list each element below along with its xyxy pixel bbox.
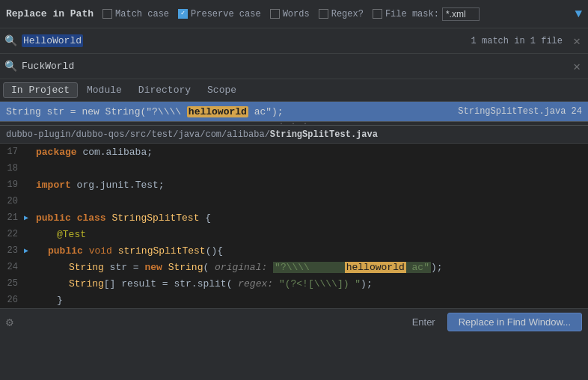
line-arrow-21: ▶ (24, 213, 36, 222)
line-content-17: package com.alibaba; (36, 147, 585, 158)
code-area: 17 package com.alibaba; 18 19 import org… (0, 144, 588, 308)
tab-module-label: Module (87, 85, 122, 96)
match-case-checkbox[interactable]: Match case (102, 9, 169, 19)
filepath-filename: StringSplitTest.java (270, 129, 378, 140)
code-line-24: 24 String str = new String( original: "?… (0, 259, 588, 275)
code-line-26: 26 } (0, 292, 588, 308)
line-content-19: import org.junit.Test; (36, 180, 585, 191)
line-number-18: 18 (3, 163, 24, 174)
filemask-input[interactable] (442, 7, 480, 21)
tab-directory-label: Directory (138, 85, 191, 96)
code-line-25: 25 String[] result = str.split( regex: "… (0, 275, 588, 292)
line-number-24: 24 (3, 262, 24, 272)
code-line-18: 18 (0, 160, 588, 177)
toolbar-title: Replace in Path (6, 8, 94, 19)
regex-label: Regex? (331, 9, 364, 19)
search-row-1: 🔍 HelloWorld 1 match in 1 file ✕ (0, 28, 588, 54)
search-icon-2: 🔍 (4, 60, 17, 73)
tab-scope-label: Scope (207, 85, 236, 96)
settings-icon[interactable]: ⚙ (6, 315, 13, 330)
tab-module[interactable]: Module (79, 83, 129, 97)
replace-input[interactable] (22, 61, 566, 72)
close-search-1[interactable]: ✕ (570, 34, 584, 48)
match-case-label: Match case (115, 9, 169, 19)
line-number-25: 25 (3, 278, 24, 289)
regex-checkbox[interactable]: Regex? (319, 9, 364, 19)
tab-directory[interactable]: Directory (131, 83, 198, 97)
divider-dots: · · · (279, 120, 309, 128)
words-box[interactable] (270, 9, 280, 19)
results-row[interactable]: String str = new String("?\\\\ helloworl… (0, 102, 588, 121)
filter-icon[interactable]: ▼ (575, 7, 582, 21)
line-content-21: public class StringSplitTest { (36, 212, 585, 224)
result-highlight: helloworld (187, 106, 248, 117)
line-number-22: 22 (3, 229, 24, 239)
search-input-wrap-2[interactable] (22, 61, 566, 72)
code-line-20: 20 (0, 193, 588, 209)
toolbar: Replace in Path Match case Preserve case… (0, 0, 588, 28)
filemask-box[interactable] (373, 9, 382, 19)
line-number-26: 26 (3, 295, 24, 305)
tab-in-project-label: In Project (11, 85, 70, 96)
bottom-bar: ⚙ Enter Replace in Find Window... (0, 308, 588, 335)
line-number-20: 20 (3, 196, 24, 206)
line-content-24: String str = new String( original: "?\\\… (36, 262, 585, 273)
line-content-22: @Test (36, 229, 585, 240)
code-line-22: 22 @Test (0, 226, 588, 242)
filepath-bar: dubbo-plugin/dubbo-qos/src/test/java/com… (0, 126, 588, 144)
result-code-after: ac"); (248, 106, 284, 117)
replace-button[interactable]: Replace in Find Window... (447, 313, 582, 331)
code-line-17: 17 package com.alibaba; (0, 144, 588, 160)
line-number-23: 23 (3, 245, 24, 256)
regex-box[interactable] (319, 9, 328, 19)
code-line-19: 19 import org.junit.Test; (0, 177, 588, 193)
filemask-label: File mask: (385, 9, 439, 19)
enter-button[interactable]: Enter (406, 313, 441, 331)
line-number-21: 21 (3, 212, 24, 223)
match-case-box[interactable] (102, 9, 112, 19)
preserve-case-label: Preserve case (191, 9, 261, 19)
line-content-25: String[] result = str.split( regex: "(?<… (36, 278, 585, 289)
search-term-1: HelloWorld (22, 34, 83, 47)
preserve-case-checkbox[interactable]: Preserve case (178, 9, 261, 19)
search-input-wrap-1: HelloWorld (22, 35, 467, 46)
line-content-23: public void stringSplitTest(){ (36, 245, 585, 257)
line-number-19: 19 (3, 180, 24, 190)
result-code-before: String str = new String("?\\\\ (6, 106, 187, 117)
search-icon-1: 🔍 (4, 34, 17, 47)
line-number-17: 17 (3, 147, 24, 157)
words-label: Words (283, 9, 310, 19)
tab-in-project[interactable]: In Project (3, 82, 78, 98)
code-line-23: 23 ▶ public void stringSplitTest(){ (0, 242, 588, 259)
line-arrow-23: ▶ (24, 246, 36, 255)
code-line-21: 21 ▶ public class StringSplitTest { (0, 209, 588, 226)
filemask-group: File mask: (373, 7, 480, 21)
result-code: String str = new String("?\\\\ helloworl… (6, 106, 455, 117)
search-row-2: 🔍 ✕ (0, 54, 588, 79)
match-count: 1 match in 1 file (471, 36, 563, 46)
preserve-case-box[interactable] (178, 9, 188, 19)
words-checkbox[interactable]: Words (270, 9, 310, 19)
line-content-26: } (36, 295, 585, 306)
result-filename: StringSplitTest.java 24 (458, 106, 582, 117)
filepath-path: dubbo-plugin/dubbo-qos/src/test/java/com… (6, 129, 270, 140)
close-search-2[interactable]: ✕ (570, 60, 584, 73)
scope-tabs: In Project Module Directory Scope (0, 79, 588, 102)
tab-scope[interactable]: Scope (200, 83, 244, 97)
